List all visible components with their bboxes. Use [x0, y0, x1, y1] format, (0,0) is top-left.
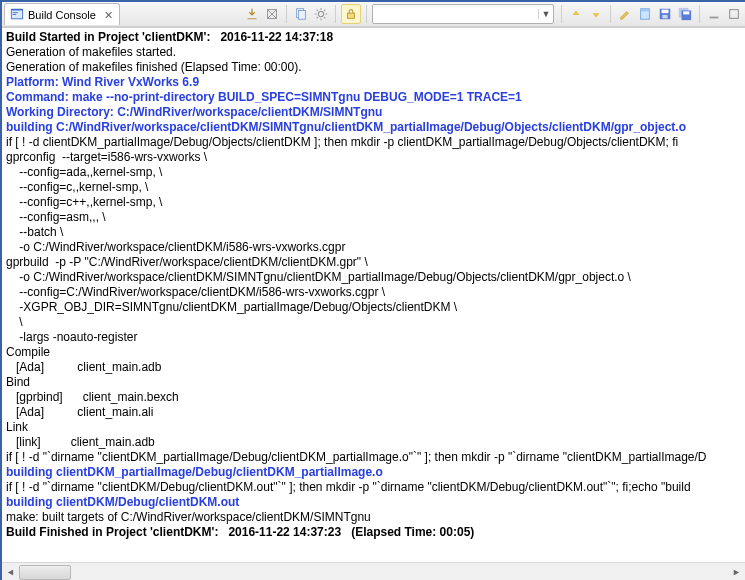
separator [699, 5, 700, 23]
svg-rect-16 [348, 13, 355, 18]
copy-log-button[interactable] [292, 5, 310, 23]
console-line: [Ada] client_main.ali [6, 405, 745, 420]
console-line: building clientDKM/Debug/clientDKM.out [6, 495, 745, 510]
console-line: Link [6, 420, 745, 435]
svg-point-7 [318, 11, 323, 16]
maximize-view-button[interactable] [725, 5, 743, 23]
console-line: Build Finished in Project 'clientDKM': 2… [6, 525, 745, 540]
console-line: -XGPR_OBJ_DIR=SIMNTgnu/clientDKM_partial… [6, 300, 745, 315]
console-line: if [ ! -d clientDKM_partialImage/Debug/O… [6, 135, 745, 150]
scroll-right-button[interactable]: ► [728, 564, 745, 579]
console-line: --config=c,,kernel-smp, \ [6, 180, 745, 195]
save-button[interactable] [656, 5, 674, 23]
clear-console-button[interactable] [263, 5, 281, 23]
minimize-view-button[interactable] [705, 5, 723, 23]
export-log-button[interactable] [243, 5, 261, 23]
console-line: Command: make --no-print-directory BUILD… [6, 90, 745, 105]
console-line: --config=ada,,kernel-smp, \ [6, 165, 745, 180]
console-line: make: built targets of C:/WindRiver/work… [6, 510, 745, 525]
console-line: --config=asm,,, \ [6, 210, 745, 225]
tab-build-console[interactable]: Build Console ✕ [4, 3, 120, 25]
svg-rect-6 [298, 11, 305, 20]
console-line: if [ ! -d "`dirname "clientDKM/Debug/cli… [6, 480, 745, 495]
console-line: --config=c++,,kernel-smp, \ [6, 195, 745, 210]
chevron-down-icon: ▼ [538, 9, 553, 19]
svg-rect-2 [13, 12, 18, 13]
svg-line-12 [317, 10, 318, 11]
console-line: Generation of makefiles finished (Elapse… [6, 60, 745, 75]
console-line: gprconfig --target=i586-wrs-vxworks \ [6, 150, 745, 165]
svg-rect-20 [662, 10, 669, 14]
console-line: [Ada] client_main.adb [6, 360, 745, 375]
settings-button[interactable] [312, 5, 330, 23]
console-line: -o C:/WindRiver/workspace/clientDKM/i586… [6, 240, 745, 255]
svg-rect-21 [662, 15, 667, 19]
console-line: Generation of makefiles started. [6, 45, 745, 60]
console-line: building C:/WindRiver/workspace/clientDK… [6, 120, 745, 135]
separator [366, 5, 367, 23]
horizontal-scrollbar[interactable]: ◄ ► [2, 562, 745, 580]
console-line [6, 540, 745, 555]
svg-rect-24 [683, 11, 689, 14]
svg-line-13 [324, 17, 325, 18]
close-icon[interactable]: ✕ [104, 9, 113, 22]
down-button[interactable] [587, 5, 605, 23]
console-line: Bind [6, 375, 745, 390]
console-line: if [ ! -d "`dirname "clientDKM_partialIm… [6, 450, 745, 465]
console-line: Platform: Wind River VxWorks 6.9 [6, 75, 745, 90]
scroll-left-button[interactable]: ◄ [2, 564, 19, 579]
separator [610, 5, 611, 23]
view-toolbar: Build Console ✕ ▼ [2, 2, 745, 27]
console-line: Build Started in Project 'clientDKM': 20… [6, 30, 745, 45]
separator [286, 5, 287, 23]
svg-rect-26 [730, 10, 739, 19]
separator [561, 5, 562, 23]
console-icon [10, 7, 24, 23]
console-line: \ [6, 315, 745, 330]
console-output: Build Started in Project 'clientDKM': 20… [2, 27, 745, 580]
console-line: building clientDKM_partialImage/Debug/cl… [6, 465, 745, 480]
up-button[interactable] [567, 5, 585, 23]
svg-line-15 [324, 10, 325, 11]
svg-rect-25 [710, 17, 719, 19]
scroll-track[interactable] [19, 564, 728, 579]
separator [335, 5, 336, 23]
scroll-thumb[interactable] [19, 565, 71, 580]
console-line: -largs -noauto-register [6, 330, 745, 345]
svg-rect-18 [641, 9, 650, 12]
console-line: --config=C:/WindRiver/workspace/clientDK… [6, 285, 745, 300]
svg-line-14 [317, 17, 318, 18]
console-line: [gprbind] client_main.bexch [6, 390, 745, 405]
console-text[interactable]: Build Started in Project 'clientDKM': 20… [2, 28, 745, 555]
bookmark-button[interactable] [636, 5, 654, 23]
tab-label: Build Console [28, 9, 96, 21]
svg-rect-3 [13, 14, 17, 15]
console-line: Working Directory: C:/WindRiver/workspac… [6, 105, 745, 120]
console-selector-dropdown[interactable]: ▼ [372, 4, 554, 24]
console-line: [link] client_main.adb [6, 435, 745, 450]
save-all-button[interactable] [676, 5, 694, 23]
console-line: --batch \ [6, 225, 745, 240]
console-line: -o C:/WindRiver/workspace/clientDKM/SIMN… [6, 270, 745, 285]
scroll-lock-button[interactable] [341, 4, 361, 24]
console-line: gprbuild -p -P "C:/WindRiver/workspace/c… [6, 255, 745, 270]
edit-button[interactable] [616, 5, 634, 23]
console-line: Compile [6, 345, 745, 360]
